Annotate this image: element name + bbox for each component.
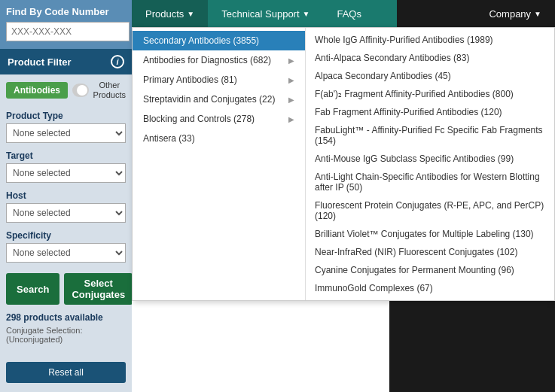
product-filter-header: Product Filter i [0, 49, 132, 74]
nav-technical-support[interactable]: Technical Support ▼ [208, 0, 323, 27]
chevron-right-icon: ▶ [288, 96, 294, 104]
product-type-label: Product Type [6, 111, 126, 121]
dropdown-right-item-2[interactable]: Anti-Alpaca Secondary Antibodies (83) [306, 49, 554, 67]
toggle-switch[interactable] [72, 84, 89, 97]
main-content: Products ▼ Technical Support ▼ FAQs Comp… [132, 0, 555, 392]
navbar: Products ▼ Technical Support ▼ FAQs Comp… [132, 0, 555, 27]
host-select[interactable]: None selected [6, 203, 126, 223]
dropdown-right-item-6[interactable]: FabuLight™ - Affinity-Purified Fc Specif… [306, 121, 554, 150]
dropdown-left-panel: Secondary Antibodies (3855) Antibodies f… [133, 28, 306, 300]
nav-products-label: Products [145, 8, 184, 20]
target-select[interactable]: None selected [6, 163, 126, 183]
dropdown-right-item-3[interactable]: Alpaca Secondary Antibodies (45) [306, 67, 554, 85]
select-conjugates-button[interactable]: Select Conjugates [64, 273, 133, 305]
dropdown-item-blocking[interactable]: Blocking and Controls (278) ▶ [133, 109, 305, 129]
product-filter-title: Product Filter [8, 56, 72, 68]
conjugate-selection: Conjugate Selection: (Unconjugated) [0, 326, 132, 344]
product-type-select[interactable]: None selected [6, 123, 126, 143]
chevron-right-icon: ▶ [288, 115, 294, 123]
nav-technical-support-arrow: ▼ [303, 10, 310, 18]
nav-company-arrow: ▼ [534, 10, 541, 18]
target-filter: Target None selected [0, 146, 132, 186]
dropdown-item-streptavidin[interactable]: Streptavidin and Conjugates (22) ▶ [133, 90, 305, 109]
reset-all-button[interactable]: Reset all [6, 362, 126, 383]
dropdown-right-item-10[interactable]: Brilliant Violet™ Conjugates for Multipl… [306, 225, 554, 243]
dropdown-right-item-13[interactable]: ImmunoGold Complexes (67) [306, 279, 554, 297]
dropdown-right-item-12[interactable]: Cyanine Conjugates for Permanent Mountin… [306, 261, 554, 279]
dropdown-right-item-1[interactable]: Whole IgG Affinity-Purified Antibodies (… [306, 31, 554, 49]
dropdown-right-item-9[interactable]: Fluorescent Protein Conjugates (R-PE, AP… [306, 196, 554, 225]
nav-products[interactable]: Products ▼ [132, 0, 208, 27]
other-products-label: Other Products [93, 81, 126, 100]
chevron-right-icon: ▶ [288, 76, 294, 84]
conjugate-selection-label: Conjugate Selection: [6, 326, 83, 335]
nav-technical-support-label: Technical Support [221, 8, 299, 20]
specificity-label: Specificity [6, 230, 126, 241]
host-filter: Host None selected [0, 186, 132, 226]
dropdown-right-item-5[interactable]: Fab Fragment Affinity-Purified Antibodie… [306, 103, 554, 121]
nav-faqs-label: FAQs [337, 8, 361, 20]
antibodies-button[interactable]: Antibodies [6, 82, 68, 99]
dropdown-item-diagnostics[interactable]: Antibodies for Diagnostics (682) ▶ [133, 50, 305, 70]
specificity-select[interactable]: None selected [6, 243, 126, 263]
dropdown-item-antisera[interactable]: Antisera (33) [133, 129, 305, 148]
dropdown-right-item-8[interactable]: Anti-Light Chain-Specific Antibodies for… [306, 168, 554, 196]
target-label: Target [6, 150, 126, 161]
dropdown-right-panel: Whole IgG Affinity-Purified Antibodies (… [306, 28, 554, 300]
toggle-row: Antibodies Other Products [0, 74, 132, 106]
code-number-input[interactable] [6, 22, 130, 41]
products-dropdown: Secondary Antibodies (3855) Antibodies f… [132, 27, 555, 301]
dropdown-right-item-11[interactable]: Near-InfraRed (NIR) Fluorescent Conjugat… [306, 243, 554, 261]
dropdown-item-secondary[interactable]: Secondary Antibodies (3855) [133, 31, 305, 50]
nav-company-label: Company [489, 8, 531, 20]
dropdown-item-primary[interactable]: Primary Antibodies (81) ▶ [133, 70, 305, 90]
specificity-filter: Specificity None selected [0, 226, 132, 266]
nav-company[interactable]: Company ▼ [475, 0, 555, 27]
search-button[interactable]: Search [6, 273, 59, 305]
sidebar: Find By Code Number Find Product Filter … [0, 0, 132, 392]
nav-faqs[interactable]: FAQs [323, 0, 375, 27]
find-by-title: Find By Code Number [6, 6, 126, 17]
conjugate-selection-value: (Unconjugated) [6, 335, 63, 344]
nav-products-arrow: ▼ [187, 10, 194, 18]
chevron-right-icon: ▶ [288, 56, 294, 65]
products-count: 298 products available [0, 309, 132, 326]
action-buttons: Search Select Conjugates [0, 266, 132, 309]
host-label: Host [6, 190, 126, 201]
product-type-filter: Product Type None selected [0, 106, 132, 146]
dropdown-right-item-7[interactable]: Anti-Mouse IgG Subclass Specific Antibod… [306, 150, 554, 168]
find-by-section: Find By Code Number Find [0, 0, 132, 49]
dropdown-right-item-4[interactable]: F(ab')₂ Fragment Affinity-Purified Antib… [306, 85, 554, 103]
info-icon[interactable]: i [111, 55, 124, 68]
